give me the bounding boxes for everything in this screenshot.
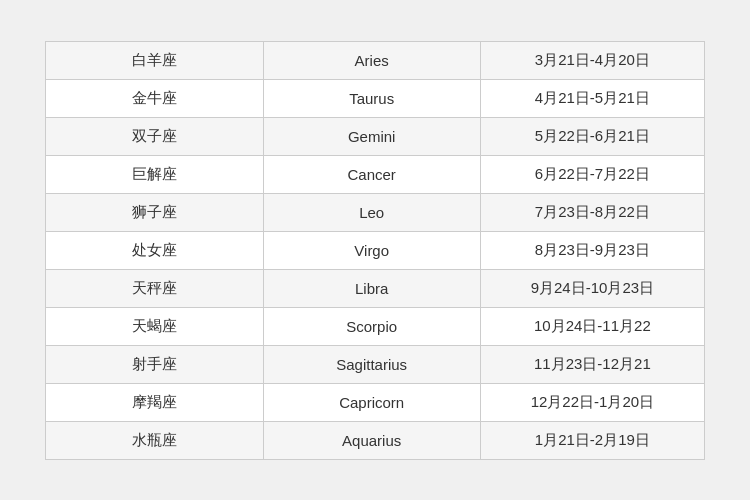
- english-name: Scorpio: [263, 307, 480, 345]
- table-row: 水瓶座Aquarius1月21日-2月19日: [46, 421, 704, 459]
- date-range: 9月24日-10月23日: [480, 269, 704, 307]
- table-row: 处女座Virgo8月23日-9月23日: [46, 231, 704, 269]
- english-name: Libra: [263, 269, 480, 307]
- english-name: Aquarius: [263, 421, 480, 459]
- chinese-name: 天秤座: [46, 269, 263, 307]
- table-row: 射手座Sagittarius11月23日-12月21: [46, 345, 704, 383]
- date-range: 3月21日-4月20日: [480, 42, 704, 80]
- chinese-name: 摩羯座: [46, 383, 263, 421]
- english-name: Cancer: [263, 155, 480, 193]
- zodiac-table: 白羊座Aries3月21日-4月20日金牛座Taurus4月21日-5月21日双…: [46, 42, 704, 459]
- english-name: Aries: [263, 42, 480, 80]
- english-name: Gemini: [263, 117, 480, 155]
- table-row: 天秤座Libra9月24日-10月23日: [46, 269, 704, 307]
- date-range: 4月21日-5月21日: [480, 79, 704, 117]
- zodiac-table-container: 白羊座Aries3月21日-4月20日金牛座Taurus4月21日-5月21日双…: [45, 41, 705, 460]
- table-row: 摩羯座Capricorn12月22日-1月20日: [46, 383, 704, 421]
- table-row: 狮子座Leo7月23日-8月22日: [46, 193, 704, 231]
- chinese-name: 白羊座: [46, 42, 263, 80]
- chinese-name: 双子座: [46, 117, 263, 155]
- chinese-name: 水瓶座: [46, 421, 263, 459]
- table-row: 天蝎座Scorpio10月24日-11月22: [46, 307, 704, 345]
- chinese-name: 射手座: [46, 345, 263, 383]
- english-name: Capricorn: [263, 383, 480, 421]
- english-name: Leo: [263, 193, 480, 231]
- date-range: 7月23日-8月22日: [480, 193, 704, 231]
- english-name: Sagittarius: [263, 345, 480, 383]
- date-range: 12月22日-1月20日: [480, 383, 704, 421]
- date-range: 5月22日-6月21日: [480, 117, 704, 155]
- chinese-name: 巨解座: [46, 155, 263, 193]
- table-row: 金牛座Taurus4月21日-5月21日: [46, 79, 704, 117]
- english-name: Taurus: [263, 79, 480, 117]
- date-range: 6月22日-7月22日: [480, 155, 704, 193]
- english-name: Virgo: [263, 231, 480, 269]
- date-range: 1月21日-2月19日: [480, 421, 704, 459]
- table-row: 巨解座Cancer6月22日-7月22日: [46, 155, 704, 193]
- chinese-name: 金牛座: [46, 79, 263, 117]
- date-range: 11月23日-12月21: [480, 345, 704, 383]
- chinese-name: 处女座: [46, 231, 263, 269]
- chinese-name: 狮子座: [46, 193, 263, 231]
- table-row: 白羊座Aries3月21日-4月20日: [46, 42, 704, 80]
- chinese-name: 天蝎座: [46, 307, 263, 345]
- date-range: 8月23日-9月23日: [480, 231, 704, 269]
- date-range: 10月24日-11月22: [480, 307, 704, 345]
- table-row: 双子座Gemini5月22日-6月21日: [46, 117, 704, 155]
